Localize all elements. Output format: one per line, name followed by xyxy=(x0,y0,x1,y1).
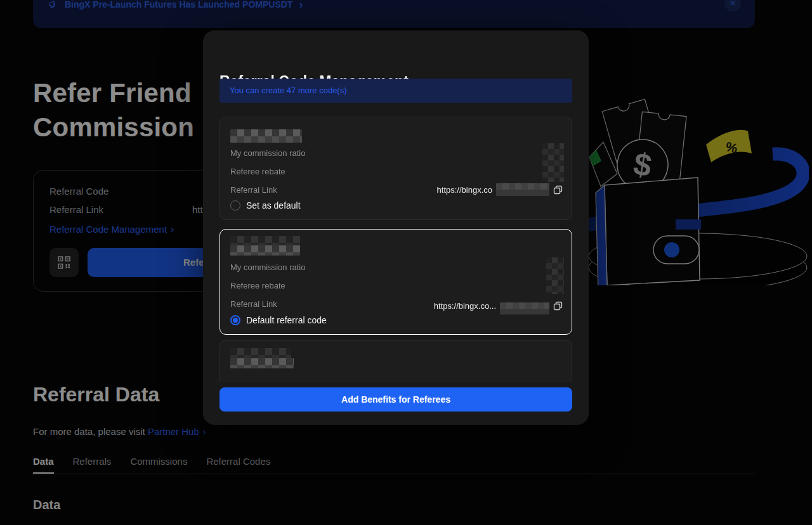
referral-link-label: Referral Link xyxy=(230,185,277,195)
radio-label: Default referral code xyxy=(246,315,327,325)
referral-code-card-1: My commission ratio Referee rebate Refer… xyxy=(219,117,572,220)
censored-link-tail xyxy=(500,302,549,314)
referral-link-value: https://bingx.co xyxy=(437,185,492,195)
set-as-default-radio-row[interactable]: Set as default xyxy=(230,200,301,211)
radio-checked-icon[interactable] xyxy=(230,315,240,325)
censored-referral-code xyxy=(230,358,294,368)
censored-referral-code xyxy=(230,348,291,358)
censored-values xyxy=(542,143,564,182)
copy-icon xyxy=(553,301,563,311)
censored-referral-code xyxy=(230,236,300,245)
referral-link-row: https://bingx.co... xyxy=(434,297,563,314)
copy-link-button[interactable] xyxy=(553,185,563,195)
referee-rebate-label: Referee rebate xyxy=(230,167,285,176)
censored-link-tail xyxy=(496,183,549,196)
commission-ratio-label: My commission ratio xyxy=(230,262,305,272)
censored-referral-code xyxy=(230,245,300,256)
codes-remaining-notice: You can create 47 more code(s) xyxy=(219,79,572,103)
copy-link-button[interactable] xyxy=(553,301,563,311)
referral-code-card-2-selected: My commission ratio Referee rebate Refer… xyxy=(219,229,572,335)
referral-code-card-3 xyxy=(219,340,572,382)
add-benefits-button[interactable]: Add Benefits for Referees xyxy=(219,387,572,412)
radio-unchecked-icon[interactable] xyxy=(230,200,240,211)
referee-rebate-label: Referee rebate xyxy=(230,281,285,290)
radio-label: Set as default xyxy=(246,200,301,211)
referral-link-label: Referral Link xyxy=(230,299,277,309)
censored-values xyxy=(546,257,564,294)
default-referral-code-radio-row[interactable]: Default referral code xyxy=(230,315,327,325)
referral-code-management-modal: Referral Code Management ✕ You can creat… xyxy=(203,30,589,425)
censored-referral-code xyxy=(230,129,302,143)
commission-ratio-label: My commission ratio xyxy=(230,148,305,158)
referral-link-value: https://bingx.co... xyxy=(434,301,496,311)
copy-icon xyxy=(553,185,563,195)
referral-link-row: https://bingx.co xyxy=(437,183,563,196)
referral-code-card-3-clipped xyxy=(219,340,572,382)
